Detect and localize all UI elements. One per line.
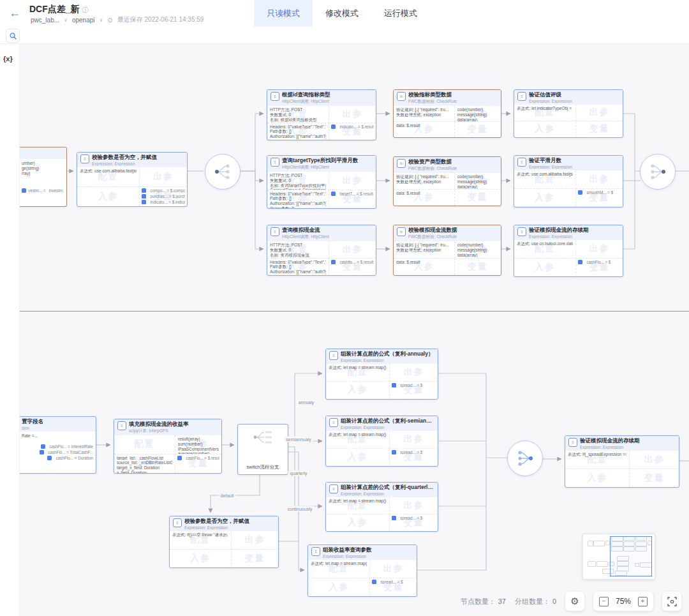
- flow-node-check-cashflow-data[interactable]: fx校验模拟现金流数据FWC数据校验: CheckRule配置验证规则: [ {…: [393, 225, 501, 276]
- flow-node-expr-assemble-semiannually[interactable]: ≡组装计算点差的公式（复利-semiannually）Expression: E…: [325, 416, 438, 467]
- variable-badges: _cashFlo... = InterestRate_cashFlo... = …: [19, 443, 96, 462]
- watermark-tr: 出参: [390, 366, 438, 378]
- variable-type-icon: [372, 580, 376, 584]
- config-line: code(number): [457, 107, 498, 112]
- search-button[interactable]: [6, 29, 20, 43]
- variable-type-icon: [578, 190, 582, 195]
- flow-node-switch-branch[interactable]: switch流程分支: [237, 424, 288, 475]
- node-body: 配置验证规则: [ { "required": tru...失败处理方式: ex…: [394, 106, 501, 137]
- info-icon[interactable]: ⓘ: [82, 6, 89, 13]
- flow-node-fanin-top[interactable]: [640, 154, 676, 190]
- node-body: 配置表达式: use com.alibaba.fastjson...出参入参变量…: [77, 167, 187, 206]
- node-cell-bl: 入参: [514, 121, 576, 138]
- variable-badges: _targetT... = $.result.data: [329, 190, 376, 197]
- node-subtitle: Expression: Expression: [529, 165, 572, 169]
- node-title: 组装计算点差的公式（复利-quarterly）: [341, 484, 434, 492]
- tab-readonly-mode[interactable]: 只读模式: [254, 0, 313, 27]
- variable-badges: _spread... = $: [370, 578, 417, 585]
- variable-badges: _cashFlo... = $: [576, 259, 623, 266]
- node-subtitle: FWC数据校验: CheckRule: [408, 234, 457, 240]
- watermark-br: 变量: [576, 123, 623, 135]
- watermark-bl: 入参: [514, 192, 575, 204]
- flow-node-fanout-top[interactable]: [205, 154, 241, 190]
- flow-node-validate-params-throw[interactable]: ≡校验参数是否为空，并赋值Expression: Expression配置表达式…: [169, 516, 279, 568]
- node-header: ≡查询targetType所找到平滑月数HttpClient调用: HttpCl…: [267, 156, 376, 172]
- flow-node-expr-assemble-annually[interactable]: ≡组装计算点差的公式（复利-annualy）Expression: Expres…: [325, 349, 438, 400]
- check-icon: fx: [397, 92, 406, 101]
- node-titles: 填充模拟现金流的收益率scipy计算: InterpGPS: [129, 421, 189, 434]
- flow-edge-4: [239, 171, 263, 249]
- node-subtitle: Expression: Expression: [529, 234, 589, 239]
- flow-node-expr-validate-cashflow-duration-top[interactable]: ≡验证模拟现金流的存续期Expression: Expression配置表达式:…: [514, 225, 623, 277]
- minimap-viewport[interactable]: [610, 536, 652, 576]
- watermark-tl: 配置: [114, 439, 175, 450]
- minimap[interactable]: [582, 534, 655, 580]
- back-button[interactable]: ←: [9, 6, 20, 20]
- flow-node-expr-validate-rating[interactable]: ≡验证估值评级Expression: Expression配置表达式: let …: [514, 89, 623, 138]
- config-line: 验证规则: [ { "required": tru...: [396, 243, 452, 248]
- node-title: 验证平滑月数: [529, 157, 572, 165]
- project-select[interactable]: pwc_lab...: [31, 17, 59, 24]
- env-select[interactable]: openapi: [72, 17, 95, 24]
- flow-node-check-indicator-type-data[interactable]: fx校验指标类型数据FWC数据校验: CheckRule配置验证规则: [ { …: [393, 89, 501, 138]
- node-cell-tl: 配置表达式: if(_spreadExpression == ...: [565, 451, 630, 469]
- flow-canvas[interactable]: umber)ge(string)rray)vestm... = _investm…: [19, 43, 689, 616]
- config-line: iPaaSComponentVersion(string): [178, 447, 219, 452]
- node-header: ≡校验参数是否为空，并赋值Expression: Expression: [170, 516, 278, 531]
- variable-badges: vestm... = _investm...: [19, 187, 66, 194]
- config-lines: 表达式: if()==空 throw "请求的...: [170, 531, 231, 539]
- variable-type-icon: [331, 260, 336, 264]
- flow-node-partial-left-bottom[interactable]: 置字段名sionRate =..._cashFlo... = InterestR…: [19, 416, 96, 474]
- watermark-tr: 出参: [140, 171, 187, 183]
- flow-node-check-asset-type-data[interactable]: fx校验资产类型数据FWC数据校验: CheckRule配置验证规则: [ { …: [393, 156, 501, 206]
- expression-icon: ≡: [517, 227, 526, 236]
- fit-view-button[interactable]: [662, 592, 681, 611]
- flow-node-expr-assemble-quarterly[interactable]: ≡组装计算点差的公式（复利-quarterly）Expression: Expr…: [325, 482, 438, 532]
- flow-node-validate-params-assign[interactable]: ≡校验参数是否为空，并赋值Expression: Expression配置表达式…: [77, 152, 188, 207]
- config-line: 表达式: use com.alibaba.fastjson...: [517, 172, 573, 177]
- flow-node-http-query-cashflow[interactable]: ≡查询模拟现金流HttpClient调用: HttpClient配置HTTP方法…: [267, 225, 376, 276]
- watermark-br: 变量: [232, 553, 278, 564]
- config-line: sum(number): [178, 442, 219, 447]
- watermark-tr: 出参: [390, 433, 438, 445]
- zoom-in-button[interactable]: +: [638, 597, 648, 606]
- flow-node-expr-assemble-yield-query[interactable]: ≡组装收益率查询参数Expression: Expression配置表达式: l…: [307, 545, 417, 597]
- variable-badges: _compo... = $.compoun..._purchas... = $.…: [140, 187, 187, 206]
- config-lines: Headers: [{"valueType":"Text","n...Path参…: [267, 123, 329, 140]
- settings-button[interactable]: ⚙: [565, 592, 584, 611]
- zoom-level: 75%: [614, 597, 632, 606]
- node-cell-bl: 入参Headers: [{"valueType":"Text","n...Pat…: [267, 123, 329, 140]
- watermark-br: 变量: [455, 192, 501, 203]
- http-icon: ≡: [270, 227, 279, 236]
- flow-node-expr-validate-smooth-months[interactable]: ≡验证平滑月数Expression: Expression配置表达式: use …: [514, 155, 623, 207]
- flow-node-http-query-target-type[interactable]: ≡查询targetType所找到平滑月数HttpClient调用: HttpCl…: [267, 155, 376, 209]
- watermark-bl: 入参: [326, 451, 389, 463]
- flow-node-partial-left-top[interactable]: umber)ge(string)rray)vestm... = _investm…: [19, 147, 67, 207]
- node-title: 校验资产类型数据: [408, 158, 457, 166]
- config-line: source_list: _enDBInRateListGro...: [117, 460, 172, 465]
- config-line: Path参数: []: [270, 129, 326, 134]
- node-titles: 验证模拟现金流的存续期Expression: Expression: [529, 227, 589, 239]
- watermark-br: 变量: [630, 472, 679, 484]
- node-title: 组装计算点差的公式（复利-annualy）: [341, 350, 433, 358]
- node-cell-br: 变量_compo... = $.compoun..._purchas... = …: [140, 187, 187, 207]
- minimap-node: [593, 541, 605, 546]
- variable-badges: _spread... = $: [390, 382, 438, 389]
- variables-icon[interactable]: {x}: [3, 55, 19, 63]
- flow-node-expr-validate-duration-bottom[interactable]: ≡验证模拟现金流的存续期Expression: Expression配置表达式:…: [565, 435, 679, 488]
- node-cell-bl: 入参: [326, 515, 390, 532]
- config-line: ge(string): [22, 166, 64, 171]
- node-titles: 校验资产类型数据FWC数据校验: CheckRule: [408, 158, 457, 172]
- zoom-out-button[interactable]: −: [599, 597, 609, 606]
- node-header: ≡组装收益率查询参数Expression: Expression: [308, 545, 417, 560]
- node-cell-br: 变量: [455, 259, 501, 276]
- node-cell-bl: 入参: [77, 187, 140, 207]
- flow-node-fill-cashflow-yield[interactable]: ≡填充模拟现金流的收益率scipy计算: InterpGPS配置出参result…: [114, 419, 222, 474]
- node-cell-tl: 配置表达式: use com.alibaba.fastjson...: [514, 170, 576, 189]
- tab-run-mode[interactable]: 运行模式: [371, 0, 430, 27]
- flow-node-merge-bottom[interactable]: [507, 440, 543, 476]
- flow-node-http-query-indicator-type[interactable]: ≡根据id查询指标类型HttpClient调用: HttpClient配置HTT…: [267, 89, 376, 140]
- tab-edit-mode[interactable]: 修改模式: [313, 0, 371, 27]
- watermark-tr: 出参: [329, 175, 376, 186]
- config-lines: code(number)message(string)data(array): [455, 173, 501, 190]
